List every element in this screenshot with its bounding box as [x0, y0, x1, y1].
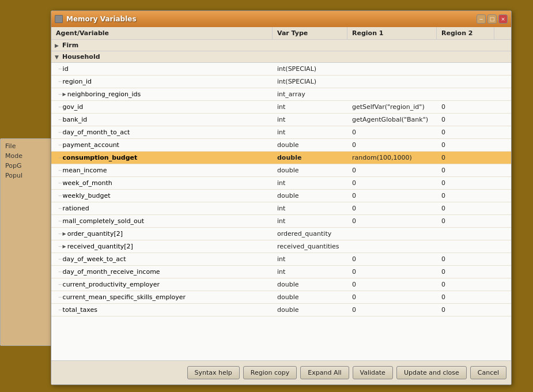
side-menu-file[interactable]: File [3, 141, 49, 151]
table-header: Agent/Variable Var Type Region 1 Region … [51, 27, 511, 40]
table-row[interactable]: ···day_of_month_receive_incomeint00 [51, 266, 511, 278]
title-bar: Memory Variables − □ × [51, 11, 511, 27]
var-type-cell: ordered_quantity [273, 229, 347, 239]
region1-cell: 0 [347, 267, 437, 277]
table-row[interactable]: ···weekly_budgetdouble00 [51, 190, 511, 202]
variable-name-cell: ···mean_income [51, 165, 273, 175]
table-row[interactable]: ···day_of_month_to_actint00 [51, 126, 511, 139]
region2-cell [437, 81, 494, 83]
region2-cell: 0 [437, 267, 494, 277]
table-row[interactable]: ···▶order_quantity[2]ordered_quantity [51, 228, 511, 240]
table-row[interactable]: ···rationedint00 [51, 202, 511, 215]
table-row[interactable]: ···current_productivity_employerdouble00 [51, 278, 511, 291]
agent-group-row[interactable]: ▶Firm [51, 40, 511, 51]
table-row[interactable]: ···total_taxesdouble00 [51, 304, 511, 316]
var-type-cell: int [273, 254, 347, 264]
var-type-cell: double [273, 153, 347, 163]
var-type-cell: int [273, 127, 347, 137]
var-type-cell: double [273, 292, 347, 302]
region1-cell: 0 [347, 254, 437, 264]
tree-indent: ··· [58, 218, 62, 224]
tree-indent: ··· [58, 307, 62, 313]
region2-cell: 0 [437, 203, 494, 213]
table-row[interactable]: ···mall_completely_sold_outint00 [51, 215, 511, 228]
region1-cell: 0 [347, 280, 437, 289]
region2-cell: 0 [437, 115, 494, 125]
row-expand-icon[interactable]: ▶ [63, 231, 66, 236]
table-row[interactable]: ···current_mean_specific_skills_employer… [51, 291, 511, 304]
update-close-button[interactable]: Update and close [396, 366, 467, 379]
variable-name-cell: ···total_taxes [51, 305, 273, 315]
window-icon [55, 15, 63, 23]
region1-cell [347, 233, 437, 235]
region2-cell [437, 233, 494, 235]
table-row[interactable]: ···week_of_monthint00 [51, 177, 511, 190]
col-region2: Region 2 [437, 27, 494, 39]
region1-cell: 0 [347, 140, 437, 150]
agent-name-label: Household [62, 53, 100, 61]
table-row[interactable]: ···region_idint(SPECIAL) [51, 76, 511, 88]
tree-indent: ··· [58, 244, 62, 250]
variable-name: id [63, 65, 69, 73]
variable-name: current_productivity_employer [63, 281, 160, 288]
region2-cell: 0 [437, 127, 494, 137]
variable-name: consumption_budget [63, 154, 138, 161]
variable-name: mean_income [63, 167, 107, 174]
agent-group-row[interactable]: ▼Household [51, 51, 511, 63]
side-menu-mode[interactable]: Mode [3, 151, 49, 161]
variable-name: mall_completely_sold_out [63, 217, 145, 225]
button-bar: Syntax help Region copy Expand All Valid… [51, 360, 511, 385]
table-row[interactable]: ···day_of_week_to_actint00 [51, 253, 511, 266]
row-expand-icon[interactable]: ▶ [63, 244, 66, 249]
table-row[interactable]: ···mean_incomedouble00 [51, 164, 511, 177]
variable-name-cell: ···week_of_month [51, 178, 273, 188]
side-menu-popg[interactable]: PopG [3, 161, 49, 171]
variable-name-cell: ···current_productivity_employer [51, 280, 273, 289]
close-button[interactable]: × [498, 14, 508, 24]
maximize-button[interactable]: □ [487, 14, 497, 24]
var-type-cell: int [273, 115, 347, 125]
tree-indent: ··· [58, 168, 62, 174]
expand-arrow-icon[interactable]: ▼ [55, 54, 59, 60]
side-menu-popul[interactable]: Popul [3, 171, 49, 180]
region-copy-button[interactable]: Region copy [243, 366, 297, 379]
table-body[interactable]: ▶Firm▼Household···idint(SPECIAL)···regio… [51, 40, 511, 360]
table-row[interactable]: ···bank_idintgetAgentGlobal("Bank")0 [51, 114, 511, 126]
table-row[interactable]: ···▶received_quantity[2]received_quantit… [51, 240, 511, 253]
region1-cell: 0 [347, 178, 437, 188]
region2-cell: 0 [437, 102, 494, 112]
tree-indent: ··· [58, 155, 62, 161]
expand-arrow-icon[interactable]: ▶ [55, 43, 59, 48]
variable-name-cell: ···current_mean_specific_skills_employer [51, 292, 273, 302]
cancel-button[interactable]: Cancel [470, 366, 506, 379]
syntax-help-button[interactable]: Syntax help [187, 366, 240, 379]
variable-name-cell: ···bank_id [51, 115, 273, 125]
table-row[interactable]: ···payment_accountdouble00 [51, 139, 511, 152]
title-bar-buttons: − □ × [477, 14, 508, 24]
variable-name-cell: ···gov_id [51, 102, 273, 112]
variable-name: week_of_month [63, 179, 112, 187]
table-row[interactable]: ···consumption_budgetdoublerandom(100,10… [51, 152, 511, 164]
var-type-cell: int [273, 203, 347, 213]
variable-name-cell: ···region_id [51, 77, 273, 86]
table-row[interactable]: ···gov_idintgetSelfVar("region_id")0 [51, 101, 511, 114]
expand-all-button[interactable]: Expand All [300, 366, 349, 379]
validate-button[interactable]: Validate [353, 366, 393, 379]
variable-name: order_quantity[2] [67, 230, 123, 238]
minimize-button[interactable]: − [477, 14, 486, 24]
row-expand-icon[interactable]: ▶ [63, 92, 66, 97]
variable-name-cell: ···mall_completely_sold_out [51, 216, 273, 226]
var-type-cell: int [273, 267, 347, 277]
col-region1: Region 1 [347, 27, 437, 39]
region2-cell [437, 93, 494, 96]
table-row[interactable]: ···▶neighboring_region_idsint_array [51, 88, 511, 101]
tree-indent: ··· [58, 231, 62, 237]
tree-indent: ··· [58, 117, 62, 123]
table-row[interactable]: ···idint(SPECIAL) [51, 63, 511, 76]
region1-cell: 0 [347, 203, 437, 213]
region2-cell: 0 [437, 292, 494, 302]
variable-name-cell: ···payment_account [51, 140, 273, 150]
region1-cell: 0 [347, 216, 437, 226]
var-type-cell: double [273, 140, 347, 150]
region1-cell: 0 [347, 305, 437, 315]
